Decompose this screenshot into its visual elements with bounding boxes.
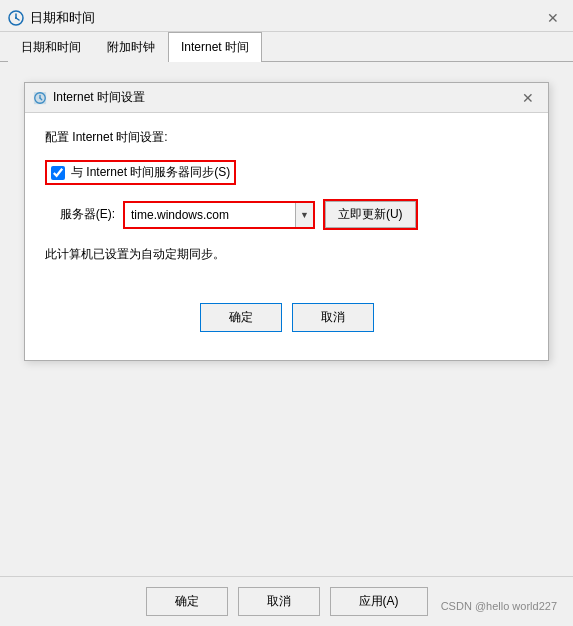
- tab-internet-time[interactable]: Internet 时间: [168, 32, 262, 62]
- sync-checkbox[interactable]: [51, 166, 65, 180]
- inner-dialog-title: Internet 时间设置: [53, 89, 145, 106]
- clock-icon: [8, 10, 24, 26]
- inner-dialog: Internet 时间设置 ✕ 配置 Internet 时间设置: 与 Inte…: [24, 82, 549, 361]
- bottom-confirm-button[interactable]: 确定: [146, 587, 228, 616]
- inner-cancel-button[interactable]: 取消: [292, 303, 374, 332]
- status-text: 此计算机已设置为自动定期同步。: [45, 246, 528, 263]
- outer-titlebar-left: 日期和时间: [8, 9, 95, 27]
- inner-close-button[interactable]: ✕: [516, 88, 540, 108]
- svg-point-3: [15, 17, 17, 19]
- outer-titlebar: 日期和时间 ✕: [0, 0, 573, 32]
- inner-dialog-buttons: 确定 取消: [45, 303, 528, 340]
- sync-row: 与 Internet 时间服务器同步(S): [45, 160, 528, 185]
- inner-titlebar-left: Internet 时间设置: [33, 89, 145, 106]
- sync-label: 与 Internet 时间服务器同步(S): [71, 164, 230, 181]
- bottom-apply-button[interactable]: 应用(A): [330, 587, 428, 616]
- watermark: CSDN @hello world227: [441, 600, 557, 612]
- outer-window: 日期和时间 ✕ 日期和时间 附加时钟 Internet 时间 Inte: [0, 0, 573, 626]
- sync-checkbox-wrapper: 与 Internet 时间服务器同步(S): [45, 160, 236, 185]
- outer-window-title: 日期和时间: [30, 9, 95, 27]
- inner-clock-icon: [33, 91, 47, 105]
- inner-body: 配置 Internet 时间设置: 与 Internet 时间服务器同步(S) …: [25, 113, 548, 360]
- server-row: 服务器(E): 立即更新(U): [45, 199, 528, 230]
- update-button-wrapper: 立即更新(U): [323, 199, 418, 230]
- tab-extra-clock[interactable]: 附加时钟: [94, 32, 168, 62]
- server-dropdown-button[interactable]: [295, 203, 313, 227]
- inner-titlebar: Internet 时间设置 ✕: [25, 83, 548, 113]
- tab-bar: 日期和时间 附加时钟 Internet 时间: [0, 32, 573, 62]
- server-input-wrapper: [123, 201, 315, 229]
- bottom-cancel-button[interactable]: 取消: [238, 587, 320, 616]
- outer-close-button[interactable]: ✕: [541, 8, 565, 28]
- config-title: 配置 Internet 时间设置:: [45, 129, 528, 146]
- tab-datetime[interactable]: 日期和时间: [8, 32, 94, 62]
- inner-confirm-button[interactable]: 确定: [200, 303, 282, 332]
- main-content: Internet 时间设置 ✕ 配置 Internet 时间设置: 与 Inte…: [0, 62, 573, 381]
- server-label: 服务器(E):: [45, 206, 115, 223]
- update-now-button[interactable]: 立即更新(U): [325, 201, 416, 228]
- server-input[interactable]: [125, 203, 295, 227]
